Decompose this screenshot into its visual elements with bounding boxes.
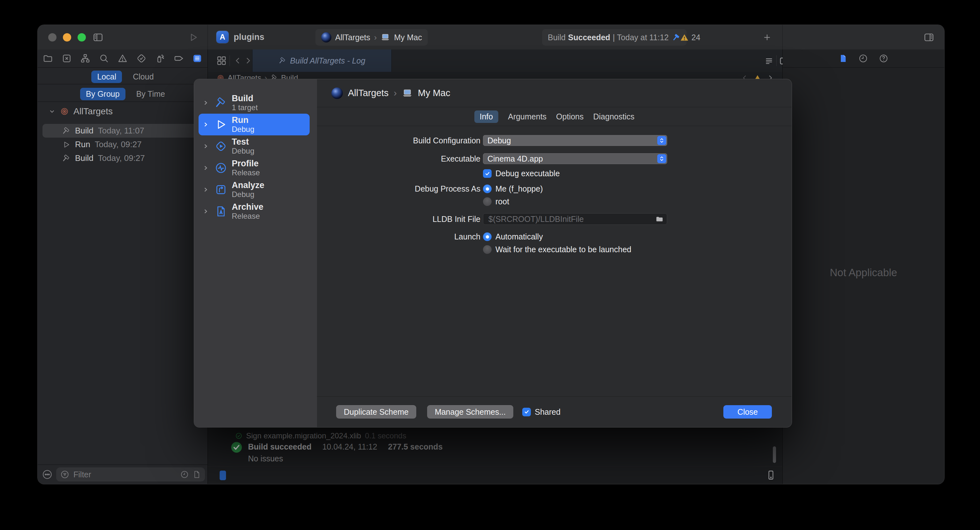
device-display-icon[interactable] — [765, 470, 776, 481]
tab-info[interactable]: Info — [474, 110, 499, 123]
scheme-action-list: Build1 target RunDebug TestDebug Profile… — [194, 79, 317, 427]
segment-cloud[interactable]: Cloud — [133, 72, 154, 81]
tests-icon[interactable] — [136, 53, 146, 64]
add-editor-plus-icon[interactable] — [762, 33, 772, 42]
project-tab-label: plugins — [234, 32, 264, 42]
minimize-window-button[interactable] — [63, 33, 71, 41]
log-row-result[interactable]: Build succeeded 10.04.24, 11:12 277.5 se… — [230, 441, 443, 463]
duplicate-scheme-button[interactable]: Duplicate Scheme — [336, 405, 416, 419]
run-button[interactable] — [188, 32, 199, 43]
executable-row: Executable Cinema 4D.app — [317, 153, 667, 164]
report-row-label: Run — [75, 140, 90, 150]
scheme-action-test[interactable]: TestDebug — [199, 135, 310, 157]
tag-icon[interactable] — [173, 53, 184, 64]
disclosure-chevron-icon[interactable] — [199, 208, 213, 215]
grouping-segmented-control: By Group By Time — [38, 88, 207, 100]
report-navigator-icon[interactable] — [192, 53, 202, 64]
project-tab[interactable]: A plugins — [216, 31, 264, 43]
lldb-init-file-input[interactable] — [488, 214, 655, 224]
zoom-window-button[interactable] — [78, 33, 86, 41]
build-configuration-select[interactable]: Debug — [483, 135, 667, 146]
hammer-icon — [62, 154, 70, 162]
disclosure-chevron-icon[interactable] — [199, 165, 213, 171]
tab-overview-icon[interactable] — [216, 56, 227, 66]
disclosure-chevron-icon[interactable] — [199, 100, 213, 106]
executable-select[interactable]: Cinema 4D.app — [483, 153, 667, 164]
bookmarks-icon[interactable] — [62, 53, 72, 64]
forward-icon[interactable] — [243, 56, 253, 65]
dialog-footer: Duplicate Scheme Manage Schemes... Share… — [317, 396, 792, 427]
test-diamond-icon — [213, 140, 229, 152]
disclosure-chevron-icon[interactable] — [199, 186, 213, 193]
file-inspector-icon[interactable] — [838, 54, 848, 63]
lldb-init-file-field[interactable] — [483, 213, 667, 225]
scheme-action-analyze[interactable]: AnalyzeDebug — [199, 179, 310, 201]
issues-icon[interactable] — [118, 53, 128, 64]
toggle-left-sidebar-icon[interactable] — [92, 32, 103, 43]
radio-root-label: root — [495, 197, 509, 206]
more-options-icon[interactable] — [41, 469, 53, 480]
radio-wait[interactable] — [483, 245, 492, 254]
line-list-icon[interactable] — [765, 57, 773, 65]
back-icon[interactable] — [233, 56, 242, 65]
radio-root[interactable] — [483, 197, 492, 206]
report-group-alltargets[interactable]: AllTargets — [49, 106, 113, 116]
segment-by-time[interactable]: By Time — [136, 89, 165, 99]
disclosure-chevron-icon[interactable] — [199, 143, 213, 150]
disclosure-chevron-icon — [49, 108, 56, 115]
help-inspector-icon[interactable] — [879, 54, 888, 63]
close-window-button[interactable] — [48, 33, 57, 41]
scheme-selector[interactable]: AllTargets › My Mac — [315, 29, 428, 46]
log-filter-icon[interactable] — [220, 471, 226, 480]
segment-by-group[interactable]: By Group — [80, 88, 126, 100]
folder-icon[interactable] — [43, 53, 53, 64]
scheme-action-profile[interactable]: ProfileRelease — [199, 157, 310, 179]
close-button[interactable]: Close — [723, 405, 772, 419]
profile-gauge-icon — [213, 162, 229, 174]
cinema4d-icon — [331, 88, 343, 99]
report-row-build-0927[interactable]: Build Today, 09:27 — [43, 151, 203, 165]
archive-page-icon — [213, 205, 229, 217]
filter-field[interactable] — [56, 468, 205, 481]
hierarchy-icon[interactable] — [80, 53, 90, 64]
log-scrollbar[interactable] — [773, 446, 776, 463]
radio-me[interactable] — [483, 185, 492, 193]
log-row-sign[interactable]: Sign example.migration_2024.xlib 0.1 sec… — [235, 431, 406, 440]
search-icon[interactable] — [99, 53, 109, 64]
scheme-editor-dialog: Build1 target RunDebug TestDebug Profile… — [194, 79, 792, 427]
editor-tab-build-log[interactable]: Build AllTargets - Log — [252, 49, 392, 72]
laptop-icon — [380, 33, 390, 42]
scheme-action-archive[interactable]: ArchiveRelease — [199, 201, 310, 222]
document-icon[interactable] — [192, 470, 201, 479]
clock-icon[interactable] — [180, 470, 189, 479]
radio-automatically[interactable] — [483, 232, 492, 241]
log-result-duration: 277.5 seconds — [388, 442, 443, 452]
folder-icon[interactable] — [655, 215, 663, 223]
dialog-tab-bar: Info Arguments Options Diagnostics — [317, 108, 792, 126]
debug-icon[interactable] — [155, 53, 165, 64]
tab-diagnostics[interactable]: Diagnostics — [593, 112, 634, 121]
manage-schemes-button[interactable]: Manage Schemes... — [427, 405, 513, 419]
activity-status[interactable]: Build Succeeded | Today at 11:12 — [542, 29, 687, 46]
build-configuration-value: Debug — [487, 136, 511, 145]
report-row-run-0927[interactable]: Run Today, 09:27 — [43, 138, 203, 151]
segment-local[interactable]: Local — [91, 70, 122, 83]
toggle-right-sidebar-icon[interactable] — [923, 32, 934, 43]
filter-input[interactable] — [73, 470, 177, 479]
report-row-build-1107[interactable]: Build Today, 11:07 — [43, 124, 203, 138]
log-result-date: 10.04.24, 11:12 — [322, 442, 377, 452]
disclosure-chevron-icon[interactable] — [199, 121, 213, 128]
stepper-icon — [657, 136, 666, 145]
scheme-destination: My Mac — [394, 33, 422, 42]
shared-checkbox[interactable] — [522, 408, 531, 416]
debug-executable-checkbox[interactable] — [483, 169, 492, 178]
history-inspector-icon[interactable] — [858, 54, 868, 63]
filter-icon — [60, 470, 70, 479]
log-result-issues: No issues — [248, 454, 443, 463]
xcode-window: A plugins AllTargets › My Mac Build Succ… — [38, 25, 944, 484]
scheme-action-run[interactable]: RunDebug — [199, 114, 310, 135]
warnings-indicator[interactable]: 24 — [680, 33, 700, 42]
scheme-action-build[interactable]: Build1 target — [199, 92, 310, 114]
tab-options[interactable]: Options — [556, 112, 584, 121]
tab-arguments[interactable]: Arguments — [508, 112, 547, 121]
